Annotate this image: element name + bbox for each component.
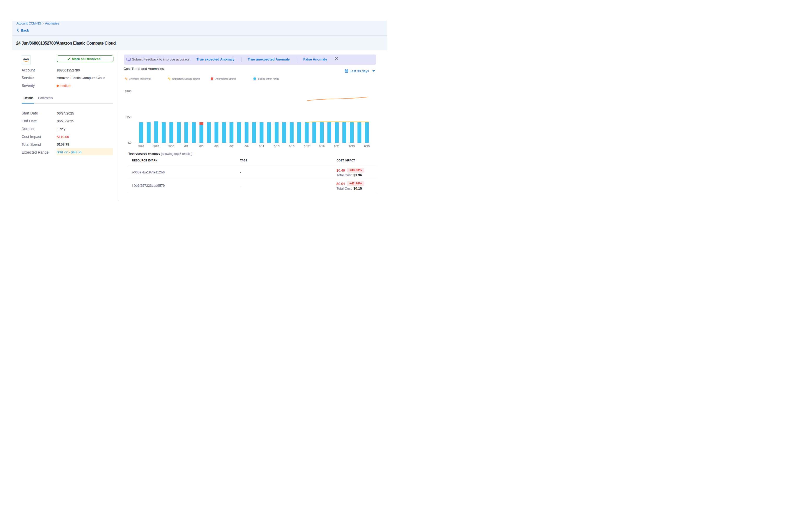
svg-text:6/21: 6/21 bbox=[334, 145, 340, 148]
svg-text:6/9: 6/9 bbox=[244, 145, 249, 148]
svg-text:5/26: 5/26 bbox=[138, 145, 144, 148]
svg-text:6/7: 6/7 bbox=[229, 145, 234, 148]
svg-text:6/3: 6/3 bbox=[199, 145, 204, 148]
svg-text:5/28: 5/28 bbox=[153, 145, 159, 148]
svg-text:$100: $100 bbox=[125, 90, 131, 93]
svg-text:6/11: 6/11 bbox=[259, 145, 264, 148]
svg-text:5/30: 5/30 bbox=[169, 145, 174, 148]
svg-text:$50: $50 bbox=[127, 116, 131, 119]
svg-text:6/19: 6/19 bbox=[319, 145, 325, 148]
svg-text:6/1: 6/1 bbox=[184, 145, 189, 148]
svg-text:6/5: 6/5 bbox=[214, 145, 218, 148]
svg-text:aws: aws bbox=[23, 57, 29, 60]
svg-text:6/17: 6/17 bbox=[304, 145, 309, 148]
svg-text:6/15: 6/15 bbox=[289, 145, 294, 148]
svg-text:6/13: 6/13 bbox=[274, 145, 280, 148]
svg-text:$0: $0 bbox=[128, 141, 131, 144]
svg-text:6/23: 6/23 bbox=[349, 145, 355, 148]
svg-text:6/25: 6/25 bbox=[364, 145, 370, 148]
